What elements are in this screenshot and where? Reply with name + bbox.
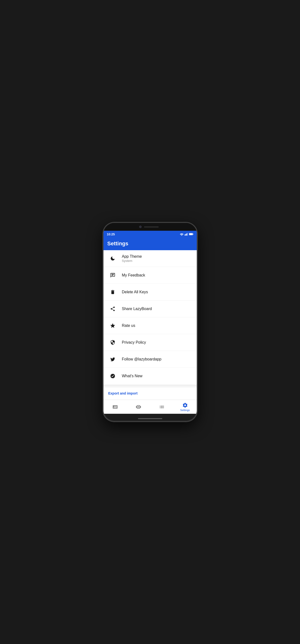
svg-rect-6 <box>189 234 192 235</box>
settings-item-app-theme[interactable]: App Theme System <box>104 250 197 267</box>
svg-rect-3 <box>187 233 188 236</box>
rate-us-text: Rate us <box>122 324 135 328</box>
bottom-nav: 1 2 3 Settings <box>104 400 197 414</box>
settings-nav-label: Settings <box>180 409 190 412</box>
wifi-icon <box>180 233 184 236</box>
verified-icon <box>108 372 117 380</box>
privacy-policy-text: Privacy Policy <box>122 340 146 345</box>
follow-twitter-primary: Follow @lazyboardapp <box>122 357 161 362</box>
settings-item-share-lazyboard[interactable]: Share LazyBoard <box>104 300 197 318</box>
trash-icon <box>108 288 117 296</box>
battery-icon <box>189 233 193 236</box>
app-bar-title: Settings <box>107 240 129 246</box>
camera <box>139 226 142 228</box>
status-time: 10:25 <box>107 232 115 236</box>
share-lazyboard-text: Share LazyBoard <box>122 307 152 311</box>
my-feedback-text: My Feedback <box>122 273 145 278</box>
rate-us-primary: Rate us <box>122 324 135 328</box>
svg-rect-0 <box>185 234 185 236</box>
privacy-policy-primary: Privacy Policy <box>122 340 146 345</box>
follow-twitter-text: Follow @lazyboardapp <box>122 357 161 362</box>
export-section: Export and import Share phrases with you… <box>104 388 197 400</box>
svg-rect-5 <box>193 234 193 234</box>
export-item-share-phrases[interactable]: Share phrases with your friends Export a… <box>104 397 197 400</box>
app-theme-primary: App Theme <box>122 254 142 259</box>
whats-new-primary: What's New <box>122 374 143 378</box>
home-bar <box>138 418 162 419</box>
content-scroll[interactable]: App Theme System My Feedback <box>104 250 197 400</box>
svg-text:3: 3 <box>160 407 161 409</box>
feedback-icon <box>108 271 117 280</box>
phone-frame: 10:25 <box>103 222 197 422</box>
list-icon: 1 2 3 <box>159 404 165 410</box>
signal-icon <box>185 233 188 236</box>
star-icon <box>108 321 117 330</box>
settings-list: App Theme System My Feedback <box>104 250 197 384</box>
keyboard-icon <box>112 404 118 410</box>
app-theme-text: App Theme System <box>122 254 142 262</box>
share-icon <box>108 304 117 313</box>
settings-item-rate-us[interactable]: Rate us <box>104 318 197 334</box>
app-theme-secondary: System <box>122 259 142 262</box>
moon-icon <box>108 254 117 263</box>
nav-item-preview[interactable] <box>127 400 150 414</box>
share-lazyboard-primary: Share LazyBoard <box>122 307 152 311</box>
preview-icon <box>136 404 141 410</box>
delete-all-keys-primary: Delete All Keys <box>122 290 148 294</box>
section-divider <box>104 385 197 386</box>
my-feedback-primary: My Feedback <box>122 273 145 278</box>
settings-item-delete-all-keys[interactable]: Delete All Keys <box>104 284 197 300</box>
export-section-header: Export and import <box>104 388 197 397</box>
delete-all-keys-text: Delete All Keys <box>122 290 148 294</box>
svg-rect-2 <box>186 234 187 236</box>
svg-rect-1 <box>186 234 186 236</box>
nav-item-list[interactable]: 1 2 3 <box>150 400 173 414</box>
nav-item-settings[interactable]: Settings <box>173 400 197 414</box>
app-bar: Settings <box>104 238 197 250</box>
status-bar: 10:25 <box>104 231 197 238</box>
phone-screen: 10:25 <box>104 231 197 414</box>
speaker <box>144 226 159 228</box>
settings-item-privacy-policy[interactable]: Privacy Policy <box>104 334 197 351</box>
twitter-icon <box>108 355 117 364</box>
shield-icon <box>108 338 117 347</box>
notch-area <box>104 223 197 231</box>
settings-item-whats-new[interactable]: What's New <box>104 368 197 384</box>
power-button <box>197 267 197 280</box>
settings-item-my-feedback[interactable]: My Feedback <box>104 267 197 284</box>
nav-item-keyboard[interactable] <box>104 400 127 414</box>
status-icons <box>180 233 193 236</box>
settings-item-follow-twitter[interactable]: Follow @lazyboardapp <box>104 351 197 368</box>
whats-new-text: What's New <box>122 374 143 378</box>
gear-icon <box>182 402 188 408</box>
